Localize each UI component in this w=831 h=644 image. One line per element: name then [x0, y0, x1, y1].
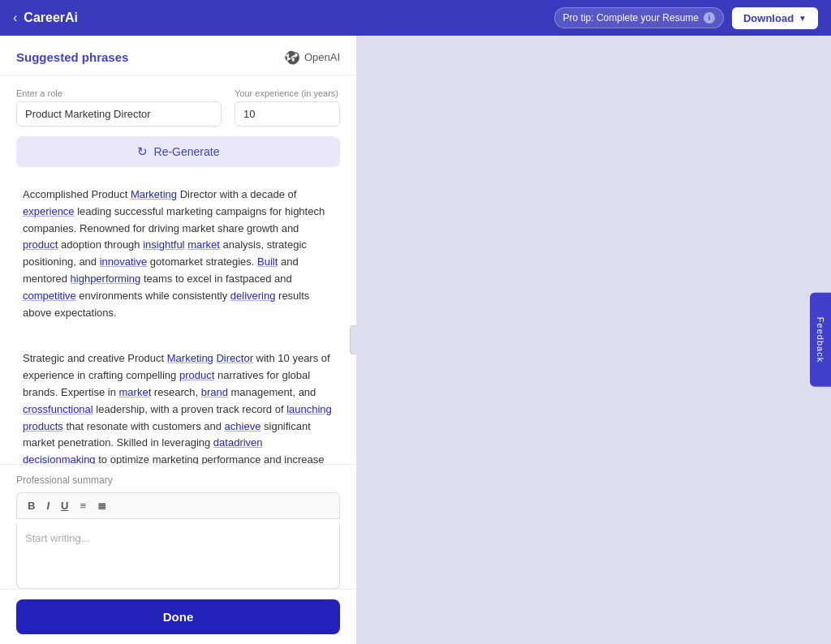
exp-label: Your experience (in years) [235, 88, 340, 98]
feedback-tab[interactable]: Feedback [810, 293, 831, 387]
download-button[interactable]: Download ▼ [732, 7, 818, 29]
collapse-panel-button[interactable]: » [350, 325, 357, 354]
role-input-group: Enter a role [16, 88, 222, 127]
italic-button[interactable]: I [42, 498, 54, 513]
download-label: Download [743, 12, 794, 24]
suggestion-paragraph-2[interactable]: Strategic and creative Product Marketing… [16, 344, 340, 464]
header: ‹ CareerAi Pro tip: Complete your Resume… [0, 0, 831, 36]
editor-placeholder: Start writing... [25, 532, 89, 544]
openai-icon [284, 49, 300, 65]
ordered-list-button[interactable]: ≣ [93, 498, 110, 513]
pro-tip-badge: Pro tip: Complete your Resume i [554, 7, 724, 28]
openai-logo: OpenAI [284, 49, 340, 65]
unordered-list-button[interactable]: ≡ [75, 498, 90, 513]
role-input[interactable] [16, 101, 222, 127]
role-label: Enter a role [16, 88, 222, 98]
bold-button[interactable]: B [24, 498, 39, 513]
regenerate-button[interactable]: ↻ Re-Generate [16, 136, 340, 167]
done-button-container: Done [0, 589, 356, 644]
regen-icon: ↻ [137, 144, 148, 159]
right-panel: Feedback [357, 36, 831, 644]
pro-tip-text: Pro tip: Complete your Resume [563, 12, 699, 24]
header-right: Pro tip: Complete your Resume i Download… [554, 7, 818, 29]
logo-text: CareerAi [24, 11, 78, 25]
panel-header: Suggested phrases OpenAI [0, 36, 356, 75]
editor-toolbar: B I U ≡ ≣ [16, 492, 340, 519]
chevron-down-icon: ▼ [799, 14, 807, 23]
app-logo: CareerAi [24, 11, 78, 25]
panel-content: Enter a role Your experience (in years) … [0, 75, 356, 464]
regen-label: Re-Generate [154, 145, 220, 158]
info-icon[interactable]: i [704, 12, 715, 24]
exp-input[interactable] [235, 101, 340, 127]
summary-section: Professional summary B I U ≡ ≣ Start wri… [0, 464, 356, 589]
openai-label: OpenAI [304, 51, 340, 63]
suggestion-paragraph-1[interactable]: Accomplished Product Marketing Director … [16, 180, 340, 328]
summary-label: Professional summary [16, 474, 340, 486]
main-layout: Suggested phrases OpenAI Enter a role Yo… [0, 36, 831, 644]
underline-button[interactable]: U [57, 498, 72, 513]
feedback-label: Feedback [816, 317, 825, 363]
done-button[interactable]: Done [16, 599, 340, 634]
back-arrow-icon[interactable]: ‹ [13, 11, 17, 25]
header-left: ‹ CareerAi [13, 11, 78, 25]
suggested-phrases-title: Suggested phrases [16, 50, 128, 64]
inputs-row: Enter a role Your experience (in years) [16, 88, 340, 127]
left-panel: Suggested phrases OpenAI Enter a role Yo… [0, 36, 357, 644]
exp-input-group: Your experience (in years) [235, 88, 340, 127]
editor-area[interactable]: Start writing... [16, 524, 340, 589]
